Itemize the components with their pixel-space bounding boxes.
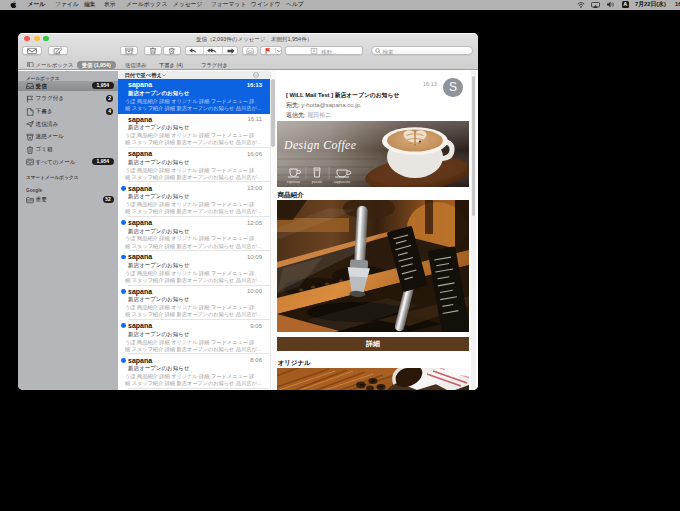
svg-text:cappuccino: cappuccino [334, 180, 351, 184]
svg-text:espresso: espresso [287, 180, 301, 184]
svg-text:Design Coffee: Design Coffee [283, 138, 356, 152]
svg-text:piccolo: piccolo [312, 180, 322, 184]
